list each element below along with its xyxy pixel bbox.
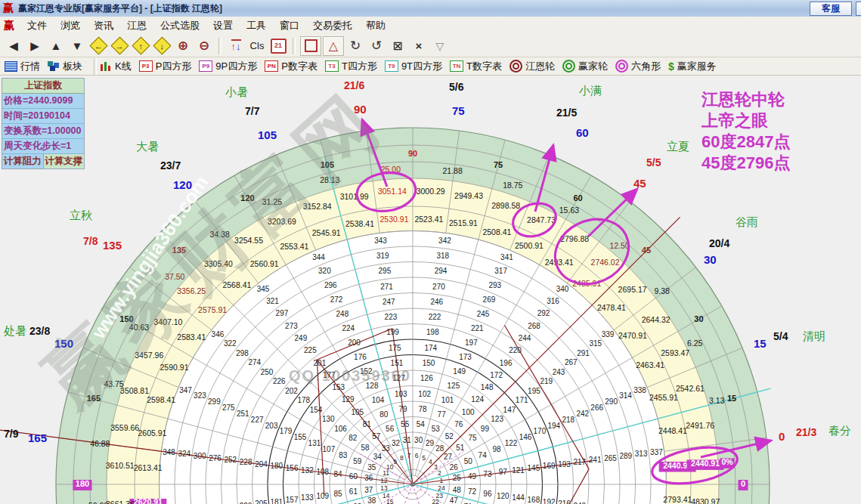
date-value: 时间=20190104 (2, 109, 84, 124)
calendar-icon[interactable]: 21 (268, 37, 288, 55)
toolbar-kline[interactable]: K线 (101, 60, 132, 73)
menu-资讯[interactable]: 资讯 (87, 17, 120, 34)
nav-left-icon[interactable]: ◀ (4, 37, 23, 55)
svg-text:76: 76 (454, 420, 463, 428)
wheel-outer-label: 小满 (578, 84, 602, 97)
toolbar-winner-wheel[interactable]: 赢家轮 (562, 60, 608, 73)
toolbar-p-square[interactable]: P3P四方形 (139, 60, 192, 73)
pan-down-icon[interactable]: ↓ (152, 37, 172, 55)
menu-logo-icon: 赢 (4, 19, 14, 32)
svg-text:83: 83 (339, 451, 348, 459)
svg-text:338: 338 (633, 386, 646, 394)
menu-浏览[interactable]: 浏览 (54, 17, 87, 34)
svg-text:49: 49 (468, 472, 477, 481)
toolbar-9t-square[interactable]: T99T四方形 (385, 60, 442, 73)
svg-text:50: 50 (464, 457, 473, 465)
svg-text:107: 107 (323, 445, 336, 453)
rotate-ccw-icon[interactable]: ↺ (367, 37, 386, 55)
svg-text:47: 47 (450, 496, 459, 504)
svg-text:290: 290 (605, 397, 618, 406)
menu-窗口[interactable]: 窗口 (273, 17, 306, 34)
svg-text:98: 98 (493, 445, 502, 453)
menu-帮助[interactable]: 帮助 (359, 17, 392, 34)
toolbar-p-square-icon: P3 (139, 60, 153, 72)
wheel-outer-label: 150 (54, 337, 73, 350)
toolbar-p-square-label: P四方形 (156, 60, 192, 73)
scale-toggle-icon[interactable]: ↑↓ (226, 37, 246, 55)
svg-text:2583.41: 2583.41 (177, 332, 206, 342)
wheel-outer-label: 120 (173, 178, 192, 191)
draw-square-icon[interactable] (300, 36, 321, 56)
pan-up-icon[interactable]: ↑ (131, 37, 150, 55)
calc-support-button[interactable]: 计算支撑 (44, 154, 85, 169)
svg-text:169: 169 (543, 462, 556, 470)
svg-text:2575.91: 2575.91 (198, 305, 227, 314)
svg-text:150: 150 (423, 359, 435, 367)
toolbar-t-square-label: T四方形 (342, 60, 377, 73)
nav-up-icon[interactable]: ▲ (46, 37, 66, 55)
svg-text:25: 25 (453, 474, 462, 482)
shrink-icon[interactable]: × (409, 37, 429, 55)
svg-text:2463.41: 2463.41 (636, 360, 664, 369)
module-toolbar: 行情板块K线P3P四方形P99P四方形PNP数字表T3T四方形T99T四方形TN… (0, 57, 861, 76)
nav-down-icon[interactable]: ▼ (67, 37, 87, 55)
menu-工具[interactable]: 工具 (240, 17, 273, 34)
svg-text:129: 129 (342, 395, 355, 404)
toolbar-p-table-icon: PN (265, 60, 278, 72)
svg-text:151: 151 (391, 359, 404, 367)
nav-right-icon[interactable]: ▶ (25, 37, 45, 55)
svg-text:154: 154 (310, 406, 323, 414)
toolbar-t-table[interactable]: TNT数字表 (450, 60, 502, 73)
zoom-out-icon[interactable]: ⊖ (194, 37, 214, 55)
cls-button[interactable]: Cls (247, 37, 267, 55)
svg-text:249: 249 (295, 334, 308, 342)
clear-icon[interactable]: ▽ (430, 37, 450, 55)
toolbar-p-table-label: P数字表 (281, 60, 317, 73)
svg-text:3508.81: 3508.81 (120, 386, 149, 395)
customer-service-button[interactable]: 客服 (810, 2, 852, 16)
toolbar-sectors[interactable]: 板块 (48, 60, 82, 73)
cycle-step: 周天变化步长=1 (2, 139, 84, 154)
pan-left-icon[interactable]: ← (88, 37, 108, 55)
svg-text:248: 248 (336, 310, 349, 318)
menu-交易委托[interactable]: 交易委托 (306, 17, 359, 34)
menu-公式选股[interactable]: 公式选股 (153, 17, 206, 34)
menu-文件[interactable]: 文件 (20, 17, 54, 34)
svg-text:60: 60 (349, 472, 358, 481)
toolbar-quotes[interactable]: 行情 (5, 60, 40, 73)
toolbar-p-table[interactable]: PNP数字表 (265, 60, 317, 73)
wheel-outer-label: 90 (354, 103, 367, 116)
toolbar-gann-wheel[interactable]: 江恩轮 (509, 60, 555, 73)
toolbar-9p-square[interactable]: P99P四方形 (199, 60, 257, 73)
toolbar-9t-square-label: 9T四方形 (401, 60, 442, 73)
partial-button[interactable] (856, 2, 861, 16)
toolbar-hexagon[interactable]: 六角形 (615, 60, 661, 73)
wheel-outer-label: 谷雨 (736, 215, 758, 228)
menu-设置[interactable]: 设置 (206, 17, 240, 34)
zoom-in-icon[interactable]: ⊕ (173, 37, 193, 55)
svg-text:153: 153 (332, 383, 345, 391)
svg-text:274: 274 (248, 358, 261, 366)
svg-text:147: 147 (503, 406, 516, 414)
toolbar-t-square-icon: T3 (325, 60, 339, 72)
app-logo-icon: 赢 (3, 2, 14, 15)
svg-text:2478.41: 2478.41 (597, 303, 626, 312)
pan-right-icon[interactable]: → (110, 37, 129, 55)
toolbar-winner-service[interactable]: $赢家服务 (668, 60, 717, 73)
svg-text:177: 177 (323, 371, 336, 379)
svg-text:218: 218 (562, 416, 575, 424)
svg-text:72: 72 (468, 487, 477, 496)
svg-text:216: 216 (558, 499, 571, 504)
svg-text:181: 181 (270, 498, 283, 504)
svg-text:294: 294 (435, 267, 448, 275)
toolbar-t-square[interactable]: T3T四方形 (325, 60, 377, 73)
wheel-outer-label: 处暑 (4, 324, 26, 337)
svg-text:3101.99: 3101.99 (340, 192, 369, 201)
calc-resistance-button[interactable]: 计算阻力 (2, 154, 44, 169)
draw-triangle-icon[interactable]: △ (323, 36, 344, 56)
menu-江恩[interactable]: 江恩 (120, 17, 153, 34)
box-x-icon[interactable]: ⊠ (388, 37, 407, 55)
rotate-cw-icon[interactable]: ↻ (345, 37, 365, 55)
svg-text:321: 321 (266, 297, 279, 305)
svg-text:2613.41: 2613.41 (134, 463, 163, 472)
